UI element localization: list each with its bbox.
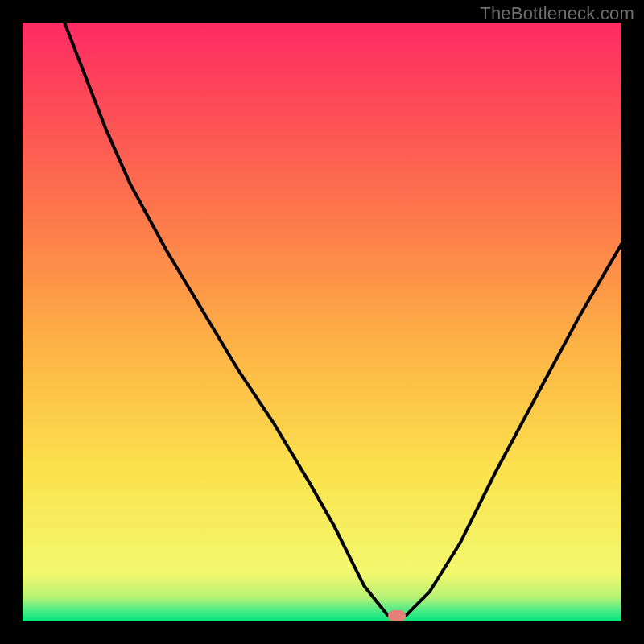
plot-area: [23, 23, 621, 621]
optimal-point-marker: [388, 610, 406, 621]
chart-frame: TheBottleneck.com: [0, 0, 644, 644]
watermark-text: TheBottleneck.com: [480, 3, 634, 24]
curve-path: [64, 23, 621, 616]
bottleneck-curve: [23, 23, 621, 621]
